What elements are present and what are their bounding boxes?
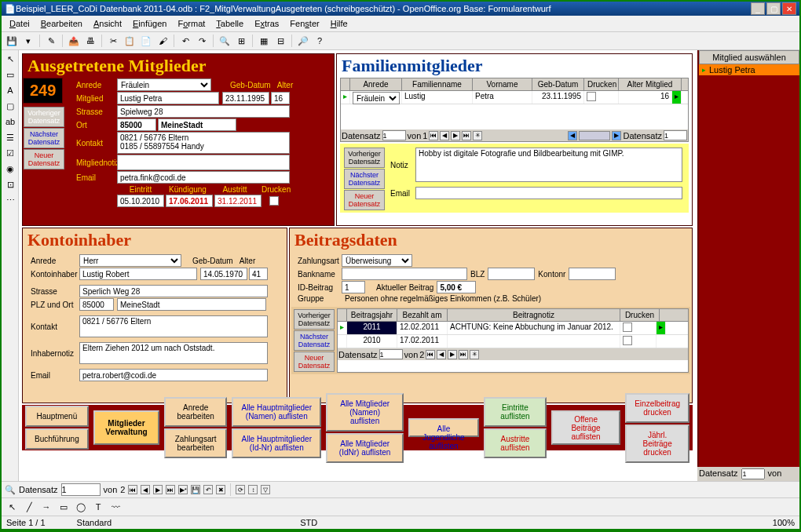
pointer-icon[interactable]: ↖ xyxy=(3,52,17,66)
list-icon[interactable]: ☰ xyxy=(3,130,17,144)
notiz-textarea[interactable] xyxy=(117,155,290,170)
austritte-button[interactable]: Austritte auflisten xyxy=(484,428,547,458)
menu-bearbeiten[interactable]: Bearbeiten xyxy=(36,17,87,30)
brush-icon[interactable]: 🖌 xyxy=(155,34,170,48)
copy-icon[interactable]: 📋 xyxy=(123,34,137,48)
gebdatum-input[interactable] xyxy=(222,92,269,104)
text-icon[interactable]: ab xyxy=(3,115,17,129)
idbeitrag-input[interactable] xyxy=(342,281,365,293)
konto-anrede-select[interactable]: Herr xyxy=(79,254,181,267)
nav-refresh-icon[interactable]: ⟳ xyxy=(236,485,245,494)
new-icon[interactable]: ✳ xyxy=(473,131,482,140)
close-button[interactable]: ✕ xyxy=(782,2,796,15)
beitrag-nav-input[interactable] xyxy=(379,349,403,359)
konto-plz-input[interactable] xyxy=(79,298,114,311)
control-icon[interactable]: ▭ xyxy=(3,67,17,82)
fam-email-input[interactable] xyxy=(415,187,682,199)
fam-drucken-check[interactable] xyxy=(587,92,596,101)
kontakt-textarea[interactable]: 0821 / 56776 Eltern 0185 / 55897554 Hand… xyxy=(117,132,290,154)
fam-nav2-input[interactable] xyxy=(664,130,687,140)
allmit-button[interactable]: Alle Mitglieder (Namen) auflisten xyxy=(326,393,404,432)
jahrl-button[interactable]: Jährl. Beiträge drucken xyxy=(625,425,689,463)
eintritte-button[interactable]: Eintritte auflisten xyxy=(484,397,547,427)
nav-sort-icon[interactable]: ↕ xyxy=(248,485,258,494)
offene-button[interactable]: Offene Beiträge auflisten xyxy=(551,410,620,445)
recnav-input[interactable] xyxy=(61,483,101,496)
beitrag-prev-btn[interactable]: Vorheriger Datensatz xyxy=(294,309,335,330)
draw-text-icon[interactable]: T xyxy=(91,500,105,514)
nav-prev-icon[interactable]: ◀ xyxy=(141,485,150,494)
konto-email-input[interactable] xyxy=(79,369,268,381)
strasse-input[interactable] xyxy=(117,105,290,118)
blz-input[interactable] xyxy=(488,268,535,280)
print-icon[interactable]: 🖶 xyxy=(83,34,97,48)
austritt-input[interactable] xyxy=(214,195,262,207)
jugend-button[interactable]: Alle Jugendliche auflisten xyxy=(408,418,479,437)
prev-record-button[interactable]: Vorheriger Datensatz xyxy=(24,107,64,127)
more-icon[interactable]: ⋯ xyxy=(3,193,17,207)
draw-line-icon[interactable]: ╱ xyxy=(22,500,36,514)
draw-arrow-icon[interactable]: → xyxy=(39,500,53,514)
menu-hilfe[interactable]: Hilfe xyxy=(326,17,353,30)
binoculars-icon[interactable]: 🔍 xyxy=(5,485,16,495)
fam-prev-btn[interactable]: Vorheriger Datensatz xyxy=(344,148,385,168)
fam-notiz-textarea[interactable]: Hobby ist digitale Fotografie und Bildbe… xyxy=(415,148,682,182)
dropdown-icon[interactable]: ▾ xyxy=(21,34,35,48)
nav-undo-icon[interactable]: ↶ xyxy=(203,485,213,494)
konto-gebdat-input[interactable] xyxy=(200,268,247,280)
menu-extras[interactable]: Extras xyxy=(250,17,283,30)
zoom-icon[interactable]: 🔎 xyxy=(296,34,310,48)
menu-tabelle[interactable]: Tabelle xyxy=(211,17,248,30)
menu-einfuegen[interactable]: Einfügen xyxy=(128,17,171,30)
buchfuehrung-button[interactable]: Buchführung xyxy=(25,428,89,450)
nav-first-icon[interactable]: ⏮ xyxy=(128,485,137,494)
aktuell-input[interactable] xyxy=(437,281,476,293)
ktonr-input[interactable] xyxy=(569,268,616,280)
form-icon[interactable]: ▦ xyxy=(257,34,271,48)
konto-notiz-textarea[interactable]: Eltern Ziehen 2012 um nach Oststadt. xyxy=(79,342,268,364)
mitglied-input[interactable] xyxy=(117,92,219,104)
fam-new-btn[interactable]: Neuer Datensatz xyxy=(344,190,385,210)
anrede-select[interactable]: Fräulein xyxy=(117,78,211,91)
edit-icon[interactable]: ✎ xyxy=(44,34,58,48)
nav-new-icon[interactable]: ▶* xyxy=(178,485,188,494)
draw-pointer-icon[interactable]: ↖ xyxy=(5,500,19,514)
nav-next-icon[interactable]: ▶ xyxy=(153,485,163,494)
menu-ansicht[interactable]: Ansicht xyxy=(89,17,126,30)
paste-icon[interactable]: 📄 xyxy=(139,34,153,48)
radio-icon[interactable]: ◉ xyxy=(3,162,17,176)
nav-icon[interactable]: ⊞ xyxy=(234,34,248,48)
scroll-right-icon[interactable]: ▶ xyxy=(612,131,621,140)
redo-icon[interactable]: ↷ xyxy=(195,34,209,48)
maximize-button[interactable]: ▢ xyxy=(766,2,781,15)
konto-alter-input[interactable] xyxy=(249,268,268,280)
allhaupt-button[interactable]: Alle Hauptmitglieder (Namen) auflisten xyxy=(232,397,321,427)
rp-nav-input[interactable] xyxy=(741,468,765,479)
fam-nav1-input[interactable] xyxy=(382,130,406,140)
familie-row[interactable]: ▸ Fräulein Lustig Petra 23.11.1995 16 ▸ xyxy=(341,91,688,104)
draw-ellipse-icon[interactable]: ◯ xyxy=(74,500,88,514)
mitglieder-button[interactable]: Mitglieder Verwaltung xyxy=(93,410,159,445)
cut-icon[interactable]: ✂ xyxy=(106,34,120,48)
menu-format[interactable]: Format xyxy=(173,17,210,30)
email-input[interactable] xyxy=(117,171,290,184)
minimize-button[interactable]: _ xyxy=(751,2,765,15)
nav-filter-icon[interactable]: ▽ xyxy=(261,485,270,494)
hauptmenu-button[interactable]: Hauptmenü xyxy=(25,406,89,427)
fam-anrede-select[interactable]: Fräulein xyxy=(353,92,400,104)
draw-curve-icon[interactable]: 〰 xyxy=(108,500,123,514)
eintritt-input[interactable] xyxy=(117,195,164,207)
find-icon[interactable]: 🔍 xyxy=(218,34,232,48)
group-icon[interactable]: ⊡ xyxy=(3,177,17,191)
anrede-button[interactable]: Anrede bearbeiten xyxy=(164,397,227,427)
first-icon[interactable]: ⏮ xyxy=(429,131,438,140)
new-record-button[interactable]: Neuer Datensatz xyxy=(24,149,64,169)
fam-next-btn[interactable]: Nächster Datensatz xyxy=(344,169,385,189)
zahlungsart-button[interactable]: Zahlungsart bearbeiten xyxy=(164,428,227,458)
drucken-checkbox[interactable] xyxy=(269,196,279,206)
kuendigung-input[interactable] xyxy=(166,195,213,207)
draw-rect-icon[interactable]: ▭ xyxy=(57,500,71,514)
konto-ort-input[interactable] xyxy=(117,298,266,311)
beitrag-row-1[interactable]: ▸ 2011 12.02.2011 ACHTUNG: Keine Abbuchu… xyxy=(338,322,688,335)
allhauptid-button[interactable]: Alle Hauptmitglieder (Id-Nr) auflisten xyxy=(232,428,321,458)
